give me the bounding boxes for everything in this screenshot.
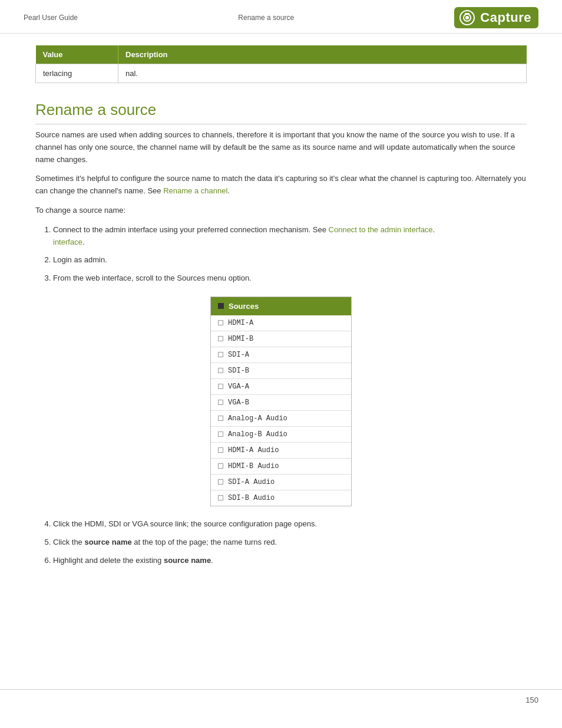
steps-list-continued: Click the HDMI, SDI or VGA source link; …	[53, 518, 527, 566]
menu-item-label: HDMI-B	[228, 335, 253, 343]
step-6: Highlight and delete the existing source…	[53, 555, 527, 567]
sources-menu-screenshot: Sources HDMI-AHDMI-BSDI-ASDI-BVGA-AVGA-B…	[35, 297, 527, 506]
step-1-text-after: .	[433, 225, 435, 234]
step-6-bold: source name	[164, 556, 211, 565]
header-section-title: Rename a source	[238, 14, 294, 22]
page-number: 150	[525, 696, 538, 704]
camera-icon	[459, 9, 475, 26]
menu-item-icon	[218, 352, 223, 357]
section-title: Rename a source	[35, 101, 527, 124]
sources-menu: Sources HDMI-AHDMI-BSDI-ASDI-BVGA-AVGA-B…	[210, 297, 352, 506]
step-2-text: Login as admin.	[53, 255, 107, 264]
sources-menu-icon	[218, 303, 224, 309]
sources-menu-item: HDMI-B Audio	[211, 459, 351, 475]
menu-item-icon	[218, 384, 223, 389]
table-row: terlacing nal.	[36, 64, 527, 83]
section-paragraph-1: Source names are used when adding source…	[35, 129, 527, 166]
step-1: Connect to the admin interface using you…	[53, 224, 527, 249]
svg-point-3	[465, 16, 469, 19]
page-footer: 150	[0, 689, 562, 710]
connect-admin-link[interactable]: Connect to the admin interface	[329, 225, 433, 234]
menu-item-icon	[218, 320, 223, 325]
step-6-text-before: Highlight and delete the existing	[53, 556, 164, 565]
section-paragraph-2: Sometimes it's helpful to configure the …	[35, 173, 527, 197]
menu-item-icon	[218, 447, 223, 453]
page-header: Pearl User Guide Rename a source Capture	[0, 0, 562, 34]
sources-menu-item: VGA-A	[211, 379, 351, 395]
step-2: Login as admin.	[53, 254, 527, 266]
sources-menu-item: Analog-A Audio	[211, 411, 351, 427]
sources-menu-item: HDMI-A Audio	[211, 443, 351, 459]
menu-item-label: VGA-B	[228, 398, 249, 407]
menu-item-icon	[218, 400, 223, 405]
interface-link[interactable]: interface	[53, 238, 82, 246]
sources-menu-item: SDI-A	[211, 347, 351, 363]
step-1-text-before: Connect to the admin interface using you…	[53, 225, 329, 234]
menu-item-label: Analog-A Audio	[228, 414, 287, 423]
paragraph-2-text: Sometimes it's helpful to configure the …	[35, 174, 526, 195]
menu-item-label: SDI-A	[228, 351, 249, 359]
header-brand: Capture	[454, 7, 538, 28]
step-3: From the web interface, scroll to the So…	[53, 272, 527, 285]
svg-rect-2	[465, 13, 470, 15]
sources-menu-item: SDI-A Audio	[211, 475, 351, 490]
step-4-text: Click the HDMI, SDI or VGA source link; …	[53, 519, 317, 528]
step-5-bold: source name	[84, 538, 131, 546]
sources-menu-item: VGA-B	[211, 395, 351, 411]
sources-menu-item: HDMI-A	[211, 315, 351, 331]
menu-item-icon	[218, 495, 223, 500]
step-6-text-after: .	[211, 556, 213, 565]
menu-item-label: SDI-B Audio	[228, 494, 275, 502]
menu-item-icon	[218, 416, 223, 421]
brand-name: Capture	[480, 10, 531, 25]
step-5: Click the source name at the top of the …	[53, 536, 527, 549]
rename-channel-link[interactable]: Rename a channel	[163, 186, 227, 195]
menu-item-icon	[218, 479, 223, 485]
sources-menu-header: Sources	[211, 297, 351, 315]
menu-item-icon	[218, 463, 223, 469]
menu-item-icon	[218, 368, 223, 373]
menu-item-label: HDMI-A Audio	[228, 446, 279, 454]
table-header-value: Value	[36, 45, 118, 64]
menu-item-icon	[218, 336, 223, 341]
main-content: Value Description terlacing nal. Rename …	[0, 34, 562, 599]
header-guide-title: Pearl User Guide	[24, 14, 78, 22]
section-paragraph-3: To change a source name:	[35, 205, 527, 217]
menu-item-label: Analog-B Audio	[228, 430, 287, 439]
menu-item-label: VGA-A	[228, 383, 249, 391]
menu-item-label: SDI-A Audio	[228, 478, 275, 486]
sources-menu-item: HDMI-B	[211, 331, 351, 347]
menu-item-label: SDI-B	[228, 367, 249, 375]
menu-item-label: HDMI-A	[228, 319, 253, 327]
sources-menu-title: Sources	[229, 302, 259, 311]
step-5-text-before: Click the	[53, 538, 84, 546]
sources-menu-item: SDI-B	[211, 363, 351, 379]
step-4: Click the HDMI, SDI or VGA source link; …	[53, 518, 527, 531]
table-cell-description: nal.	[118, 64, 527, 83]
menu-item-label: HDMI-B Audio	[228, 462, 279, 470]
step-3-text: From the web interface, scroll to the So…	[53, 274, 252, 282]
sources-menu-item: Analog-B Audio	[211, 427, 351, 443]
value-description-table: Value Description terlacing nal.	[35, 45, 527, 83]
menu-item-icon	[218, 431, 223, 437]
table-cell-value: terlacing	[36, 64, 118, 83]
step-5-text-after: at the top of the page; the name turns r…	[132, 538, 277, 546]
table-header-description: Description	[118, 45, 527, 64]
steps-list: Connect to the admin interface using you…	[53, 224, 527, 285]
sources-menu-items-container: HDMI-AHDMI-BSDI-ASDI-BVGA-AVGA-BAnalog-A…	[211, 315, 351, 506]
sources-menu-item: SDI-B Audio	[211, 490, 351, 506]
